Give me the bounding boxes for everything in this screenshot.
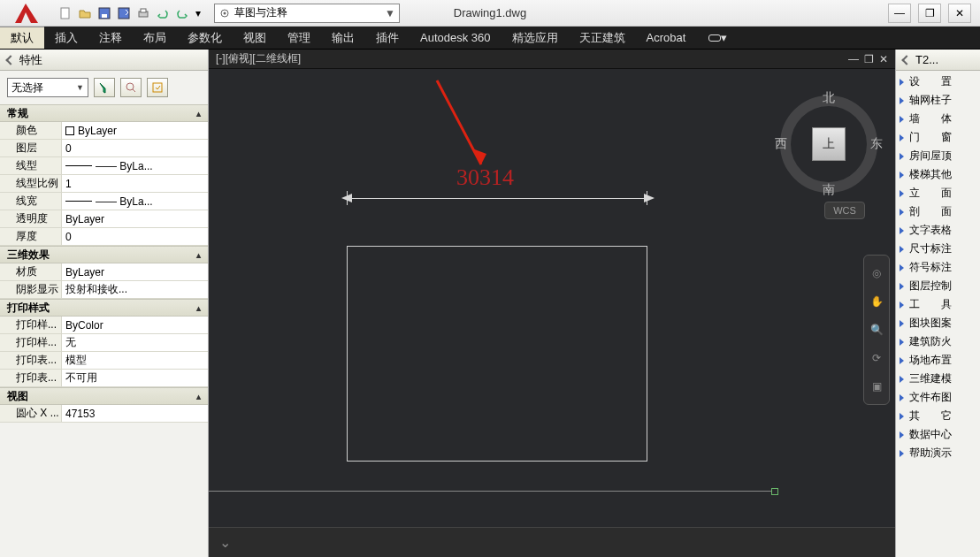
property-value[interactable]: 不可用 [62,370,208,386]
drawn-rectangle[interactable] [347,246,647,462]
property-row[interactable]: 线型比例1 [0,175,208,193]
palette-item[interactable]: 设 置 [896,72,980,91]
viewport-minimize-icon[interactable]: — [848,53,859,65]
app-logo[interactable] [0,0,53,27]
palette-item[interactable]: 符号标注 [896,258,980,277]
property-row[interactable]: 打印表...不可用 [0,370,208,387]
property-row[interactable]: 圆心 X ...47153 [0,405,208,423]
nav-zoom-icon[interactable]: 🔍 [868,321,885,339]
tab-plugins[interactable]: 插件 [365,27,410,49]
viewport-label[interactable]: [-][俯视][二维线框] [216,51,301,66]
tab-view[interactable]: 视图 [233,27,277,49]
palette-item[interactable]: 图块图案 [896,314,980,332]
property-value[interactable]: 0 [62,140,208,156]
property-section-header[interactable]: 常规▴ [0,104,208,122]
view-cube[interactable]: 上 北 南 东 西 [780,95,877,193]
viewcube-top-face[interactable]: 上 [812,127,846,161]
tab-insert[interactable]: 插入 [44,27,88,49]
property-row[interactable]: 厚度0 [0,228,208,246]
palette-item[interactable]: 数据中心 [896,425,980,444]
property-row[interactable]: 图层0 [0,140,208,157]
qat-plot-icon[interactable] [134,4,152,22]
palette-item[interactable]: 墙 体 [896,110,980,128]
property-row[interactable]: 颜色ByLayer [0,122,208,140]
tab-featured[interactable]: 精选应用 [501,27,569,49]
wcs-badge[interactable]: WCS [824,202,865,219]
qat-save-icon[interactable] [96,4,113,22]
tab-acrobat[interactable]: Acrobat [636,27,697,49]
palette-item[interactable]: 建筑防火 [896,332,980,351]
workspace-combo[interactable]: 草图与注释 ▼ [214,4,400,23]
viewcube-north[interactable]: 北 [823,90,835,106]
property-value[interactable]: 0 [62,228,208,245]
palette-item[interactable]: 轴网柱子 [896,91,980,110]
property-value[interactable]: 无 [62,334,208,351]
palette-item[interactable]: 房间屋顶 [896,147,980,165]
qat-undo-icon[interactable] [154,4,172,22]
viewport-corner-handle[interactable] [771,488,778,495]
tab-layout[interactable]: 布局 [133,27,177,49]
property-value[interactable]: —— ByLa... [62,193,208,210]
property-value[interactable]: 模型 [62,352,208,369]
tab-parametric[interactable]: 参数化 [177,27,233,49]
property-row[interactable]: 阴影显示投射和接收... [0,281,208,299]
palette-item[interactable]: 门 窗 [896,128,980,147]
viewport-close-icon[interactable]: ✕ [879,53,888,65]
minimize-button[interactable]: — [888,4,911,23]
palette-item[interactable]: 楼梯其他 [896,165,980,184]
palette-item[interactable]: 工 具 [896,295,980,314]
property-row[interactable]: 打印样...无 [0,334,208,352]
viewcube-east[interactable]: 东 [870,136,883,152]
model-canvas[interactable]: 30314 上 北 南 东 西 WCS ◎ ✋ 🔍 ⟳ ▣ [209,69,895,527]
tab-default[interactable]: 默认 [0,27,44,49]
property-section-header[interactable]: 三维效果▴ [0,246,208,263]
property-row[interactable]: 材质ByLayer [0,263,208,281]
tab-output[interactable]: 输出 [321,27,365,49]
viewcube-south[interactable]: 南 [823,182,835,198]
palette-item[interactable]: 帮助演示 [896,444,980,462]
viewcube-west[interactable]: 西 [775,136,787,152]
quickselect-button[interactable] [94,78,115,97]
palette-item[interactable]: 剖 面 [896,202,980,221]
palette-item[interactable]: 文件布图 [896,388,980,407]
palette-item[interactable]: 立 面 [896,184,980,202]
property-value[interactable]: ByLayer [62,210,208,227]
qat-open-icon[interactable] [76,4,94,22]
close-button[interactable]: ✕ [948,4,971,23]
property-section-header[interactable]: 视图▴ [0,387,208,405]
qat-saveas-icon[interactable] [115,4,133,22]
pickadd-button[interactable] [120,78,142,97]
tab-annotate[interactable]: 注释 [88,27,133,49]
palette-item[interactable]: 场地布置 [896,351,980,370]
nav-pan-icon[interactable]: ✋ [868,293,885,310]
property-row[interactable]: 线宽—— ByLa... [0,193,208,210]
tab-extra[interactable]: ▾ [696,27,738,49]
palette-item[interactable]: 尺寸标注 [896,240,980,258]
property-row[interactable]: 打印表...模型 [0,352,208,370]
tab-a360[interactable]: Autodesk 360 [410,27,501,49]
property-value[interactable]: 1 [62,175,208,192]
nav-orbit-icon[interactable]: ⟳ [868,349,885,367]
nav-wheel-icon[interactable]: ◎ [868,264,885,282]
tab-manage[interactable]: 管理 [277,27,321,49]
property-value[interactable]: —— ByLa... [62,157,208,174]
palette-item[interactable]: 图层控制 [896,277,980,295]
property-row[interactable]: 线型—— ByLa... [0,157,208,175]
property-row[interactable]: 透明度ByLayer [0,210,208,228]
property-value[interactable]: ByLayer [62,122,208,139]
selection-combo[interactable]: 无选择 ▼ [7,78,88,97]
property-value[interactable]: ByLayer [62,263,208,280]
viewport-restore-icon[interactable]: ❐ [864,53,874,65]
property-row[interactable]: 打印样...ByColor [0,317,208,334]
property-value[interactable]: 47153 [62,405,208,422]
property-section-header[interactable]: 打印样式▴ [0,299,208,317]
tab-tangent[interactable]: 天正建筑 [569,27,636,49]
maximize-button[interactable]: ❐ [918,4,941,23]
qat-redo-icon[interactable] [173,4,191,22]
palette-item[interactable]: 三维建模 [896,370,980,388]
property-value[interactable]: 投射和接收... [62,281,208,298]
palette-item[interactable]: 其 它 [896,407,980,425]
qat-new-icon[interactable] [57,4,74,22]
qat-dropdown-icon[interactable]: ▾ [193,4,203,22]
property-value[interactable]: ByColor [62,317,208,333]
